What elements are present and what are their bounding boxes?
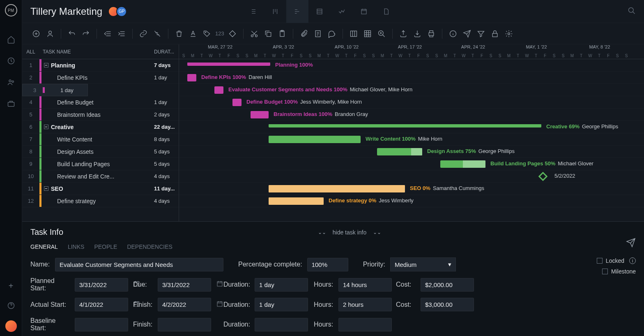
task-row[interactable]: 2 Define KPIs 1 day <box>22 72 179 84</box>
user-avatar[interactable] <box>5 320 17 332</box>
actual-cost-field[interactable] <box>421 298 474 311</box>
attach-icon[interactable] <box>298 28 310 39</box>
send-icon[interactable] <box>626 238 636 249</box>
tab-dependencies[interactable]: DEPENDENCIES <box>127 243 172 250</box>
zoom-icon[interactable] <box>376 28 387 39</box>
task-row[interactable]: 11 −SEO 11 day... <box>22 183 179 195</box>
view-chart-icon[interactable] <box>331 0 353 23</box>
svg-rect-13 <box>267 32 271 36</box>
add-icon[interactable]: + <box>9 281 14 291</box>
outdent-icon[interactable] <box>102 28 113 39</box>
print-icon[interactable] <box>426 28 437 39</box>
view-sheet-icon[interactable] <box>308 0 331 23</box>
task-row[interactable]: 1 −Planning 7 days <box>22 59 179 72</box>
name-field[interactable] <box>55 258 223 271</box>
info-icon[interactable] <box>447 28 459 39</box>
locked-checkbox[interactable]: Lockedi <box>597 257 636 264</box>
view-file-icon[interactable] <box>375 0 397 23</box>
baseline-start-field[interactable] <box>75 318 128 331</box>
assign-icon[interactable] <box>44 28 56 39</box>
col-all[interactable]: ALL <box>22 49 39 55</box>
view-board-icon[interactable] <box>264 0 286 23</box>
diamond-icon[interactable] <box>227 28 238 39</box>
recent-icon[interactable] <box>5 55 17 67</box>
view-calendar-icon[interactable] <box>353 0 375 23</box>
indent-icon[interactable] <box>116 28 127 39</box>
tab-people[interactable]: PEOPLE <box>94 243 117 250</box>
col-name[interactable]: TASK NAME <box>39 49 154 55</box>
search-icon[interactable] <box>628 7 636 16</box>
lock-icon[interactable] <box>489 28 501 39</box>
app-logo[interactable]: PM <box>5 4 17 16</box>
team-icon[interactable] <box>5 76 17 88</box>
pct-field[interactable] <box>307 258 348 271</box>
help-icon[interactable] <box>5 300 17 311</box>
copy-icon[interactable] <box>262 28 274 39</box>
grid-icon[interactable] <box>362 28 373 39</box>
view-list-icon[interactable] <box>242 0 264 23</box>
due-field[interactable] <box>158 278 211 292</box>
gantt-chart[interactable]: MAR, 27 '22APR, 3 '22APR, 10 '22APR, 17 … <box>179 44 644 221</box>
calendar-icon[interactable] <box>216 300 223 309</box>
svg-point-9 <box>49 31 52 34</box>
task-row[interactable]: 4 Define Budget 1 day <box>22 96 179 109</box>
home-icon[interactable] <box>5 34 17 45</box>
baseline-duration-field[interactable] <box>255 318 308 331</box>
svg-rect-22 <box>492 33 497 37</box>
planned-cost-field[interactable] <box>421 278 474 292</box>
planned-hours-field[interactable] <box>338 278 392 292</box>
actual-duration-field[interactable] <box>255 298 308 311</box>
text-color-icon[interactable] <box>187 28 199 39</box>
planned-start-field[interactable] <box>75 278 128 292</box>
task-row[interactable]: 12 Define strategy 4 days <box>22 195 179 207</box>
planned-duration-field[interactable] <box>255 278 308 292</box>
undo-icon[interactable] <box>66 28 78 39</box>
task-row[interactable]: 8 Design Assets 5 days <box>22 146 179 158</box>
col-duration[interactable]: DURAT... <box>154 49 179 55</box>
columns-icon[interactable] <box>348 28 359 39</box>
actual-start-field[interactable] <box>75 298 128 311</box>
unlink-icon[interactable] <box>152 28 163 39</box>
export-icon[interactable] <box>398 28 409 39</box>
task-row[interactable]: 7 Write Content 8 days <box>22 133 179 146</box>
delete-icon[interactable] <box>173 28 185 39</box>
task-row[interactable]: 10 Review and Edit Cre... 4 days <box>22 170 179 183</box>
actual-hours-field[interactable] <box>338 298 392 311</box>
cost-label: Cost: <box>396 281 416 288</box>
finish-label: Finish: <box>133 301 153 308</box>
calendar-icon[interactable] <box>216 280 223 289</box>
planned-start-label: Planned Start: <box>30 277 70 292</box>
baseline-finish-field[interactable] <box>158 318 211 331</box>
import-icon[interactable] <box>412 28 423 39</box>
view-gantt-icon[interactable] <box>286 0 308 23</box>
task-row[interactable]: 5 Brainstorm Ideas 2 days <box>22 109 179 121</box>
svg-point-12 <box>255 35 257 37</box>
note-icon[interactable] <box>312 28 324 39</box>
priority-select[interactable]: Medium▾ <box>390 257 456 271</box>
comment-icon[interactable] <box>326 28 338 39</box>
cut-icon[interactable] <box>248 28 260 39</box>
add-task-icon[interactable] <box>30 28 42 39</box>
name-label: Name: <box>30 261 50 268</box>
settings-icon[interactable] <box>503 28 515 39</box>
send-icon[interactable] <box>461 28 473 39</box>
tab-links[interactable]: LINKS <box>68 243 84 250</box>
task-row[interactable]: 9 Build Landing Pages 5 days <box>22 158 179 170</box>
milestone-checkbox[interactable]: Milestone <box>602 268 636 275</box>
project-members[interactable]: GP <box>110 6 127 17</box>
baseline-hours-field[interactable] <box>338 318 392 331</box>
tab-general[interactable]: GENERAL <box>30 243 58 250</box>
actual-finish-field[interactable] <box>158 298 211 311</box>
task-row[interactable]: 3 Evaluate Customer ... 1 day <box>22 84 88 96</box>
tag-icon[interactable] <box>201 28 213 39</box>
paste-icon[interactable] <box>276 28 288 39</box>
task-row[interactable]: 6 −Creative 22 day... <box>22 121 179 133</box>
briefcase-icon[interactable] <box>5 98 17 109</box>
left-rail: PM + <box>0 0 22 336</box>
actual-start-label: Actual Start: <box>30 301 70 308</box>
filter-icon[interactable] <box>475 28 487 39</box>
link-icon[interactable] <box>138 28 149 39</box>
avatar: GP <box>116 6 127 17</box>
redo-icon[interactable] <box>80 28 92 39</box>
hide-task-info-button[interactable]: ⌄⌄ hide task info ⌄⌄ <box>318 229 382 236</box>
